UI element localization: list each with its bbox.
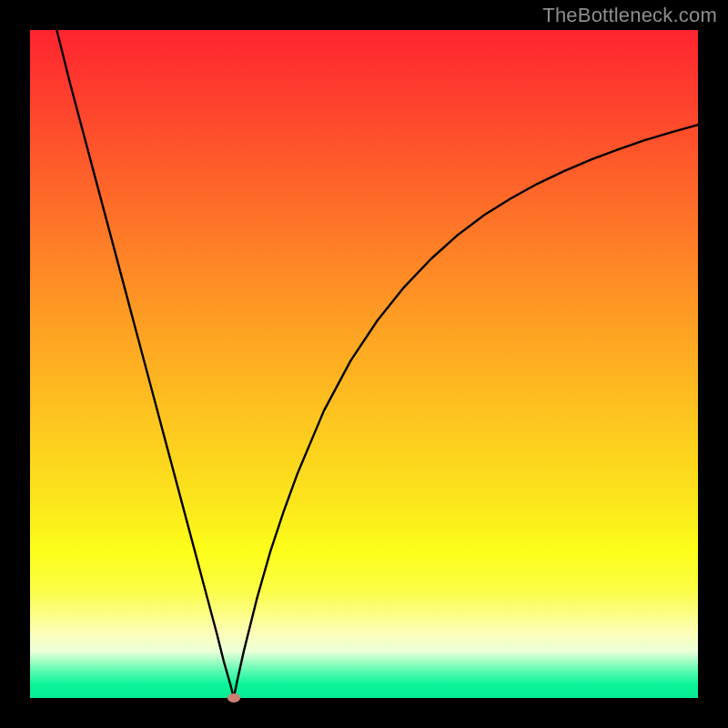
watermark-text: TheBottleneck.com [542, 4, 717, 27]
chart-frame: TheBottleneck.com [0, 0, 728, 728]
bottleneck-curve [30, 30, 698, 698]
curve-minimum-marker [228, 693, 240, 703]
curve-path [56, 30, 698, 698]
